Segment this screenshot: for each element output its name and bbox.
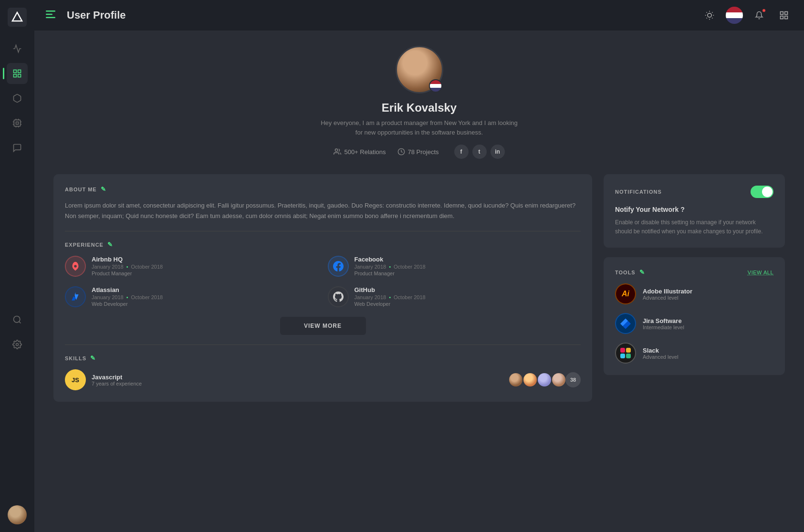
svg-line-16 xyxy=(19,321,21,323)
tools-card: TOOLS ✎ VIEW ALL Ai Adobe Illustrator Ad… xyxy=(604,257,785,375)
svg-point-17 xyxy=(16,343,19,345)
jira-icon xyxy=(620,318,631,329)
profile-bio: Hey everyone, I am a product manager fro… xyxy=(319,118,520,137)
language-flag[interactable] xyxy=(726,7,743,24)
jira-logo xyxy=(615,313,636,334)
svg-rect-33 xyxy=(785,16,788,19)
atlassian-logo xyxy=(65,286,86,307)
experience-edit-icon[interactable]: ✎ xyxy=(107,241,113,248)
sidebar-item-box[interactable] xyxy=(7,88,28,109)
notifications-title: NOTIFICATIONS xyxy=(615,189,662,195)
linkedin-link[interactable]: in xyxy=(491,145,505,159)
projects-count: 78 Projects xyxy=(408,148,439,156)
sidebar-user-avatar[interactable] xyxy=(8,505,27,524)
illustrator-logo: Ai xyxy=(615,283,636,304)
facebook-logo xyxy=(328,256,349,277)
airbnb-dates: January 2018 • October 2018 xyxy=(92,264,163,270)
airbnb-company: Airbnb HQ xyxy=(92,256,163,263)
notifications-icon[interactable] xyxy=(751,7,768,24)
right-panel: NOTIFICATIONS Notify Your Network ? Enab… xyxy=(604,174,785,402)
github-info: GitHub January 2018 • October 2018 Web D… xyxy=(355,286,426,307)
experience-grid: Airbnb HQ January 2018 • October 2018 Pr… xyxy=(65,256,581,307)
tools-title-container: TOOLS ✎ xyxy=(615,269,645,276)
projects-stat: 78 Projects xyxy=(397,148,439,156)
endorser-2 xyxy=(522,372,538,387)
slack-cell-red xyxy=(620,348,625,353)
about-section-header: ABOUT ME ✎ xyxy=(65,186,581,193)
profile-flag xyxy=(429,79,442,93)
notifications-description: Enable or disable this setting to manage… xyxy=(615,218,773,236)
svg-line-28 xyxy=(707,18,707,18)
tools-edit-icon[interactable]: ✎ xyxy=(639,269,645,276)
svg-rect-4 xyxy=(18,74,21,77)
cards-grid: ABOUT ME ✎ Lorem ipsum dolor sit amet, c… xyxy=(53,174,785,402)
svg-point-21 xyxy=(708,13,711,17)
tool-jira: Jira Software Intermediate level xyxy=(615,313,773,334)
apps-icon[interactable] xyxy=(775,7,793,24)
facebook-info: Facebook January 2018 • October 2018 Pro… xyxy=(355,256,426,276)
notification-dot xyxy=(762,9,766,12)
svg-rect-18 xyxy=(46,10,55,12)
skills-edit-icon[interactable]: ✎ xyxy=(90,355,96,362)
social-links: f t in xyxy=(454,145,505,159)
sidebar-item-activity[interactable] xyxy=(7,38,28,59)
js-name: Javascript xyxy=(92,374,502,381)
facebook-company: Facebook xyxy=(355,256,426,263)
skill-item-javascript: JS Javascript 7 years of experience xyxy=(65,369,581,390)
view-all-link[interactable]: VIEW ALL xyxy=(748,270,773,275)
experience-title: EXPERIENCE xyxy=(65,242,104,248)
exp-item-github: GitHub January 2018 • October 2018 Web D… xyxy=(328,286,581,307)
svg-rect-3 xyxy=(14,74,17,77)
tools-header: TOOLS ✎ VIEW ALL xyxy=(615,269,773,276)
sidebar-item-chat[interactable] xyxy=(7,137,28,158)
page-title: User Profile xyxy=(67,9,693,21)
notifications-toggle[interactable] xyxy=(751,186,773,198)
app-logo[interactable] xyxy=(8,8,27,27)
endorsers-count: 38 xyxy=(565,372,581,387)
tool-illustrator: Ai Adobe Illustrator Advanced level xyxy=(615,283,773,304)
toggle-knob xyxy=(762,187,773,197)
svg-point-34 xyxy=(335,149,338,151)
view-more-button[interactable]: VIEW MORE xyxy=(280,317,366,335)
about-edit-icon[interactable]: ✎ xyxy=(101,186,106,193)
illustrator-name: Adobe Illustrator xyxy=(643,288,692,295)
experience-section-header: EXPERIENCE ✎ xyxy=(65,241,581,248)
svg-rect-30 xyxy=(781,12,783,15)
svg-rect-6 xyxy=(16,122,19,125)
facebook-link[interactable]: f xyxy=(454,145,469,159)
slack-name: Slack xyxy=(643,347,679,354)
sidebar-item-cpu[interactable] xyxy=(7,113,28,134)
ai-text: Ai xyxy=(622,290,629,298)
avatar-container xyxy=(396,46,443,94)
about-title: ABOUT ME xyxy=(65,187,97,192)
theme-icon[interactable] xyxy=(701,7,718,24)
sidebar-item-grid[interactable] xyxy=(7,63,28,84)
airbnb-role: Product Manager xyxy=(92,271,163,276)
menu-icon[interactable] xyxy=(46,10,55,21)
main-card: ABOUT ME ✎ Lorem ipsum dolor sit amet, c… xyxy=(53,174,592,402)
profile-stats: 500+ Relations 78 Projects f t in xyxy=(53,145,785,159)
svg-rect-19 xyxy=(46,13,52,15)
atlassian-info: Atlassian January 2018 • October 2018 We… xyxy=(92,286,163,307)
twitter-link[interactable]: t xyxy=(472,145,487,159)
svg-rect-1 xyxy=(14,70,17,73)
tools-title: TOOLS xyxy=(615,270,636,275)
notifications-subtitle: Notify Your Network ? xyxy=(615,206,773,213)
main-area: User Profile xyxy=(34,0,804,532)
sidebar-item-settings[interactable] xyxy=(7,334,28,355)
sidebar-item-search[interactable] xyxy=(7,309,28,330)
github-logo xyxy=(328,286,349,307)
content-area: Erik Kovalsky Hey everyone, I am a produ… xyxy=(34,31,804,532)
svg-rect-5 xyxy=(14,120,20,126)
airbnb-info: Airbnb HQ January 2018 • October 2018 Pr… xyxy=(92,256,163,276)
divider-1 xyxy=(65,231,581,231)
relations-count: 500+ Relations xyxy=(344,148,386,156)
illustrator-level: Advanced level xyxy=(643,295,692,301)
sidebar xyxy=(0,0,34,532)
js-badge: JS xyxy=(65,369,86,390)
svg-point-15 xyxy=(14,316,20,322)
slack-cell-green xyxy=(626,354,631,358)
exp-item-facebook: Facebook January 2018 • October 2018 Pro… xyxy=(328,256,581,277)
skills-title: SKILLS xyxy=(65,355,86,361)
jira-level: Intermediate level xyxy=(643,324,684,330)
